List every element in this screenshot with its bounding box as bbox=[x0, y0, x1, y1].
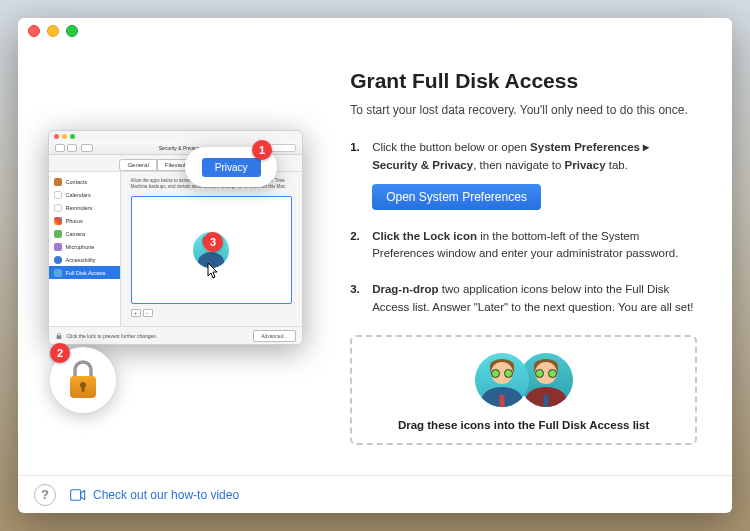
sidebar-item-camera: Camera bbox=[66, 231, 86, 237]
page-title: Grant Full Disk Access bbox=[350, 69, 697, 93]
video-link-label: Check out our how-to video bbox=[93, 488, 239, 502]
step-3: Drag-n-drop two application icons below … bbox=[350, 281, 697, 317]
illustration-panel: Security & Privacy General Filevault Pri… bbox=[18, 44, 332, 475]
step-1: Click the button below or open System Pr… bbox=[350, 139, 697, 210]
zoom-window-button[interactable] bbox=[66, 25, 78, 37]
content-body: Security & Privacy General Filevault Pri… bbox=[18, 44, 732, 475]
advanced-button: Advanced... bbox=[253, 330, 295, 342]
sidebar-item-calendars: Calendars bbox=[66, 192, 91, 198]
help-button[interactable]: ? bbox=[34, 484, 56, 506]
footer: ? Check out our how-to video bbox=[18, 475, 732, 513]
main-window: Security & Privacy General Filevault Pri… bbox=[18, 18, 732, 513]
step-2: Click the Lock icon in the bottom-left o… bbox=[350, 228, 697, 264]
tab-general: General bbox=[119, 159, 156, 171]
close-window-button[interactable] bbox=[28, 25, 40, 37]
app-icon-1[interactable] bbox=[475, 353, 529, 407]
drop-caption: Drag these icons into the Full Disk Acce… bbox=[362, 419, 685, 431]
step-badge-2: 2 bbox=[50, 343, 70, 363]
sidebar-item-reminders: Reminders bbox=[66, 205, 93, 211]
cursor-icon bbox=[207, 262, 221, 280]
open-system-preferences-button[interactable]: Open System Preferences bbox=[372, 184, 541, 210]
svg-rect-3 bbox=[71, 489, 81, 500]
sidebar-item-microphone: Microphone bbox=[66, 244, 95, 250]
step-badge-3: 3 bbox=[203, 232, 223, 252]
sidebar-item-photos: Photos bbox=[66, 218, 83, 224]
padlock-icon bbox=[65, 360, 101, 400]
titlebar bbox=[18, 18, 732, 44]
lock-text: Click the lock to prevent further change… bbox=[67, 333, 158, 339]
app-icons bbox=[362, 353, 685, 407]
minimize-window-button[interactable] bbox=[47, 25, 59, 37]
sidebar-item-accessibility: Accessibility bbox=[66, 257, 96, 263]
howto-video-link[interactable]: Check out our how-to video bbox=[70, 488, 239, 502]
svg-rect-2 bbox=[82, 386, 85, 392]
page-subtitle: To start your lost data recovery. You'll… bbox=[350, 101, 697, 119]
sidebar-item-fulldisk: Full Disk Access bbox=[66, 270, 106, 276]
drop-zone[interactable]: Drag these icons into the Full Disk Acce… bbox=[350, 335, 697, 445]
sidebar-item-contacts: Contacts bbox=[66, 179, 88, 185]
instructions-panel: Grant Full Disk Access To start your los… bbox=[332, 44, 732, 475]
video-icon bbox=[70, 489, 86, 501]
lock-icon-small bbox=[55, 332, 63, 340]
